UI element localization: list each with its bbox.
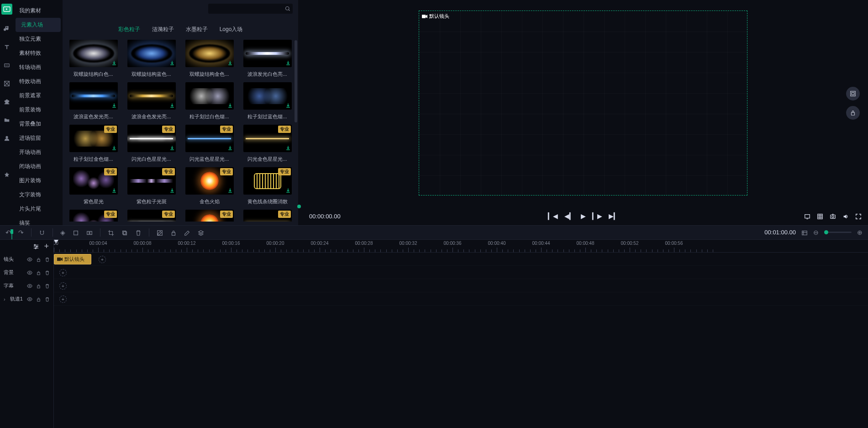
category-item[interactable]: 开场动画: [14, 145, 63, 159]
zoom-in-button[interactable]: ⊕: [857, 229, 863, 236]
asset-card[interactable]: 专业金色火焰: [182, 167, 237, 205]
download-icon[interactable]: [285, 144, 291, 151]
lock-icon[interactable]: [36, 256, 41, 262]
add-clip-button[interactable]: +: [59, 296, 67, 303]
visibility-icon[interactable]: [27, 269, 32, 275]
search-icon[interactable]: [283, 4, 293, 14]
download-icon[interactable]: [169, 101, 175, 109]
search-input[interactable]: [208, 4, 293, 14]
lock-icon[interactable]: [36, 283, 41, 289]
download-icon[interactable]: [227, 186, 233, 194]
download-icon[interactable]: [111, 101, 117, 109]
effects-grid-icon[interactable]: [3, 153, 11, 161]
download-icon[interactable]: [111, 59, 117, 66]
track-row[interactable]: 默认镜头+: [54, 253, 868, 266]
download-icon[interactable]: [227, 144, 233, 151]
timeline-ruler[interactable]: 0:0000:00:0400:00:0800:00:1200:00:1600:0…: [54, 240, 868, 253]
split-icon[interactable]: [86, 229, 93, 236]
asset-card[interactable]: 专业: [182, 210, 237, 222]
lock-icon[interactable]: [36, 269, 41, 275]
preview-canvas[interactable]: 默认镜头: [298, 0, 868, 206]
category-item[interactable]: 素材特效: [14, 46, 63, 60]
download-icon[interactable]: [169, 144, 175, 151]
trash-icon[interactable]: [45, 269, 50, 275]
download-icon[interactable]: [169, 59, 175, 66]
asset-card[interactable]: 双螺旋结构蓝色...: [124, 40, 179, 78]
fit-screen-button[interactable]: [846, 87, 860, 100]
volume-icon[interactable]: [842, 212, 849, 220]
media-library-icon[interactable]: [1, 4, 12, 15]
canvas-frame[interactable]: 默认镜头: [419, 11, 747, 196]
delete-icon[interactable]: [135, 229, 142, 236]
redo-button[interactable]: ↷: [18, 229, 24, 236]
plugin-icon[interactable]: [3, 98, 11, 106]
download-icon[interactable]: [285, 101, 291, 109]
goto-start-button[interactable]: ▎◀: [548, 212, 558, 220]
select-rect-icon[interactable]: [73, 229, 79, 236]
subtitle-icon[interactable]: CC: [3, 61, 11, 69]
add-clip-button[interactable]: +: [99, 256, 106, 263]
crop-icon[interactable]: [108, 229, 114, 236]
category-item[interactable]: 前景遮罩: [14, 89, 63, 103]
asset-card[interactable]: 专业: [240, 210, 295, 222]
track-row[interactable]: +: [54, 279, 868, 292]
category-item[interactable]: 元素入场: [16, 18, 61, 32]
download-icon[interactable]: [111, 144, 117, 151]
asset-card[interactable]: 专业: [124, 210, 179, 222]
visibility-icon[interactable]: [27, 256, 32, 262]
asset-card[interactable]: 粒子划过白色烟...: [182, 82, 237, 120]
download-icon[interactable]: [111, 186, 117, 194]
play-button[interactable]: ▶: [581, 212, 586, 220]
download-icon[interactable]: [285, 186, 291, 194]
asset-card[interactable]: 粒子划过蓝色烟...: [240, 82, 295, 120]
trash-icon[interactable]: [45, 296, 50, 302]
visibility-icon[interactable]: [27, 296, 32, 302]
magnet-icon[interactable]: [39, 229, 45, 236]
asset-card[interactable]: 波浪蓝色发光亮...: [66, 82, 121, 120]
edit-image-icon[interactable]: [157, 229, 163, 236]
category-item[interactable]: 图片装饰: [14, 174, 63, 188]
fullscreen-icon[interactable]: [855, 212, 862, 220]
keyframe-icon[interactable]: ◈: [60, 229, 65, 236]
screen-capture-icon[interactable]: [804, 212, 810, 220]
prev-frame-button[interactable]: ◀▎: [564, 212, 574, 220]
track-row[interactable]: +: [54, 292, 868, 306]
download-icon[interactable]: [285, 59, 291, 66]
snapshot-icon[interactable]: [830, 212, 836, 220]
timeline-settings-icon[interactable]: [801, 229, 808, 236]
zoom-out-button[interactable]: ⊖: [813, 229, 819, 236]
category-item[interactable]: 进场驻留: [14, 131, 63, 145]
asset-card[interactable]: 专业: [66, 210, 121, 222]
visibility-icon[interactable]: [27, 283, 32, 289]
category-item[interactable]: 闭场动画: [14, 159, 63, 174]
trash-icon[interactable]: [45, 283, 50, 289]
asset-card[interactable]: 波浪发光白色亮...: [240, 40, 295, 78]
category-item[interactable]: 背景叠加: [14, 117, 63, 131]
chevron-right-icon[interactable]: ›: [4, 296, 5, 302]
lock-button[interactable]: [846, 106, 860, 120]
asset-card[interactable]: 专业粒子划过金色烟...: [66, 125, 121, 163]
text-icon[interactable]: [3, 43, 11, 51]
category-item[interactable]: 转场动画: [14, 60, 63, 74]
person-icon[interactable]: [3, 134, 11, 143]
asset-card[interactable]: 专业紫色星光: [66, 167, 121, 205]
lock-icon[interactable]: [36, 296, 41, 302]
star-icon[interactable]: [3, 171, 11, 179]
download-icon[interactable]: [227, 101, 233, 109]
layers-icon[interactable]: [198, 229, 204, 236]
asset-card[interactable]: 波浪金色发光亮...: [124, 82, 179, 120]
grid-toggle-icon[interactable]: [817, 212, 823, 220]
next-frame-button[interactable]: ▎▶: [592, 212, 602, 220]
asset-card[interactable]: 专业闪光蓝色星星光...: [182, 125, 237, 163]
category-item[interactable]: 文字装饰: [14, 188, 63, 202]
track-row[interactable]: +: [54, 266, 868, 279]
add-track-button[interactable]: +: [44, 242, 49, 251]
trash-icon[interactable]: [45, 256, 50, 262]
category-item[interactable]: 特效动画: [14, 74, 63, 89]
category-item[interactable]: 前景装饰: [14, 103, 63, 117]
mask-icon[interactable]: [3, 79, 11, 88]
asset-card[interactable]: 双螺旋结构金色...: [182, 40, 237, 78]
library-scrollbar[interactable]: [295, 40, 297, 122]
copy-icon[interactable]: [121, 229, 128, 236]
category-item[interactable]: 我的素材: [14, 4, 63, 18]
